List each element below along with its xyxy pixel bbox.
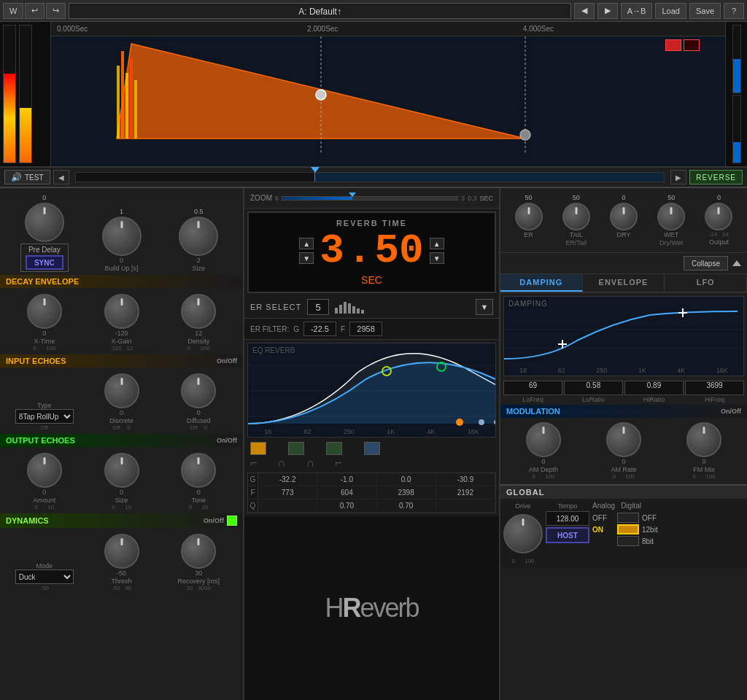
collapse-button[interactable]: Collapse	[684, 256, 728, 271]
next-preset-button[interactable]: ▶	[597, 3, 618, 19]
eq-q-4[interactable]	[436, 504, 495, 508]
save-button[interactable]: Save	[689, 3, 721, 19]
eq-color-btn-2[interactable]	[288, 442, 304, 455]
dry-knob[interactable]	[610, 203, 638, 230]
reverb-down-left[interactable]: ▼	[299, 252, 314, 264]
tone-knob[interactable]	[181, 453, 216, 488]
thresh-knob[interactable]	[104, 534, 139, 569]
reverb-up-right[interactable]: ▲	[430, 238, 444, 249]
er-dropdown[interactable]: ▼	[476, 299, 493, 315]
bit8-indicator[interactable]	[617, 536, 639, 546]
load-button[interactable]: Load	[655, 3, 686, 19]
eq-shape-2[interactable]: ∩	[277, 456, 286, 470]
type-dropdown[interactable]: 8Tap RollUp	[15, 409, 74, 424]
lofreq-group: 69 LoFreq	[503, 381, 562, 403]
diffused-knob[interactable]	[181, 373, 216, 408]
waveform-display[interactable]	[51, 36, 725, 166]
eq-g-2[interactable]: -1.0	[317, 473, 376, 486]
eq-row-f: F	[248, 487, 258, 498]
xtime-knob[interactable]	[27, 294, 62, 329]
reverb-up-left[interactable]: ▲	[299, 238, 314, 249]
play-button[interactable]: ▶	[670, 170, 686, 184]
amount-knob[interactable]	[27, 453, 62, 488]
eq-q-2[interactable]: 0.70	[317, 499, 376, 512]
test-button[interactable]: 🔊 TEST	[4, 170, 50, 184]
waves-logo[interactable]: W	[3, 3, 23, 19]
mod-status[interactable]: On/Off	[721, 408, 741, 415]
size-knob[interactable]	[179, 217, 218, 256]
collapse-triangle-icon[interactable]	[732, 260, 741, 266]
drive-group: Drive 0 100	[503, 502, 543, 564]
pre-delay-knob[interactable]	[25, 203, 64, 242]
size2-knob[interactable]	[104, 453, 139, 488]
tab-lfo[interactable]: LFO	[665, 274, 747, 292]
eq-q-3[interactable]: 0.70	[377, 499, 436, 512]
help-button[interactable]: ?	[724, 3, 744, 19]
reverse-button[interactable]: REVERSE	[689, 170, 743, 184]
eq-reverb-graph[interactable]: EQ REVERB 16 62 250	[247, 343, 496, 438]
er-knob[interactable]	[515, 203, 543, 230]
buildup-knob[interactable]	[102, 217, 142, 256]
output-echoes-status[interactable]: On/Off	[217, 437, 237, 444]
discrete-label: Discrete	[109, 417, 133, 424]
eq-f-4[interactable]: 2192	[436, 486, 495, 499]
dynamics-status[interactable]: On/Off	[204, 517, 224, 524]
damping-graph[interactable]: DAMPING 16 62 250	[503, 296, 744, 376]
undo-button[interactable]: ↩	[25, 3, 44, 19]
waveform-main[interactable]: 0.000Sec 2.000Sec 4.000Sec	[51, 22, 725, 166]
eq-g-input[interactable]	[303, 322, 336, 336]
am-depth-knob[interactable]	[526, 422, 561, 457]
fm-mix-knob[interactable]	[686, 422, 721, 457]
zoom-slider[interactable]	[282, 196, 458, 201]
xgain-knob[interactable]	[104, 294, 139, 329]
eq-color-btn-4[interactable]	[364, 442, 380, 455]
sync-button[interactable]: SYNC	[26, 255, 63, 270]
recovery-val: 30	[195, 569, 202, 577]
drive-knob[interactable]	[503, 514, 543, 553]
eq-color-btn-3[interactable]	[326, 442, 342, 455]
output-knob[interactable]	[705, 203, 732, 230]
analog-on-indicator[interactable]	[617, 524, 639, 534]
tempo-input[interactable]	[546, 511, 589, 526]
eq-shape-3[interactable]: ∩	[306, 456, 315, 470]
hifreq-val[interactable]: 3699	[685, 381, 744, 395]
input-echoes-status[interactable]: On/Off	[217, 357, 237, 365]
tail-knob[interactable]	[562, 203, 590, 230]
er-bar-4	[348, 303, 351, 314]
red-btn-1[interactable]	[665, 39, 681, 51]
reverb-left-arrows: ▲ ▼	[299, 238, 314, 264]
reverb-down-right[interactable]: ▼	[430, 252, 444, 264]
eq-g-3[interactable]: 0.0	[377, 473, 436, 486]
redo-button[interactable]: ↪	[46, 3, 66, 19]
prev-preset-button[interactable]: ◀	[574, 3, 595, 19]
mode-dropdown[interactable]: Duck	[15, 569, 74, 584]
loratio-val[interactable]: 0.58	[564, 381, 623, 395]
host-button[interactable]: HOST	[546, 527, 589, 543]
am-depth-label: AM Depth	[529, 466, 558, 473]
recovery-knob[interactable]	[181, 534, 216, 569]
eq-f-1[interactable]: 773	[258, 486, 317, 499]
discrete-knob[interactable]	[104, 373, 139, 408]
lofreq-val[interactable]: 69	[503, 381, 562, 395]
eq-shape-1[interactable]: ⌐	[250, 456, 257, 470]
ab-button[interactable]: A→B	[621, 3, 653, 19]
tab-envelope[interactable]: ENVELOPE	[583, 274, 665, 292]
prev-transport-button[interactable]: ◀	[53, 170, 69, 184]
eq-f-input[interactable]	[349, 322, 382, 336]
preset-name[interactable]: A: Default↑	[69, 3, 570, 19]
eq-q-1[interactable]	[258, 504, 317, 508]
analog-off-indicator[interactable]	[617, 513, 639, 523]
eq-shape-4[interactable]: ⌐	[335, 456, 341, 470]
density-knob[interactable]	[181, 294, 216, 329]
eq-f-3[interactable]: 2398	[377, 486, 436, 499]
red-btn-2[interactable]	[684, 39, 700, 51]
am-rate-knob[interactable]	[606, 422, 641, 457]
eq-g-4[interactable]: -30.9	[436, 473, 495, 486]
scrub-area[interactable]	[75, 172, 665, 182]
eq-color-btn-1[interactable]	[250, 442, 266, 455]
wet-knob[interactable]	[657, 203, 685, 230]
eq-g-1[interactable]: -32.2	[258, 473, 317, 486]
eq-f-2[interactable]: 604	[317, 486, 376, 499]
tab-damping[interactable]: DAMPING	[500, 274, 583, 292]
hiratio-val[interactable]: 0.89	[624, 381, 684, 395]
